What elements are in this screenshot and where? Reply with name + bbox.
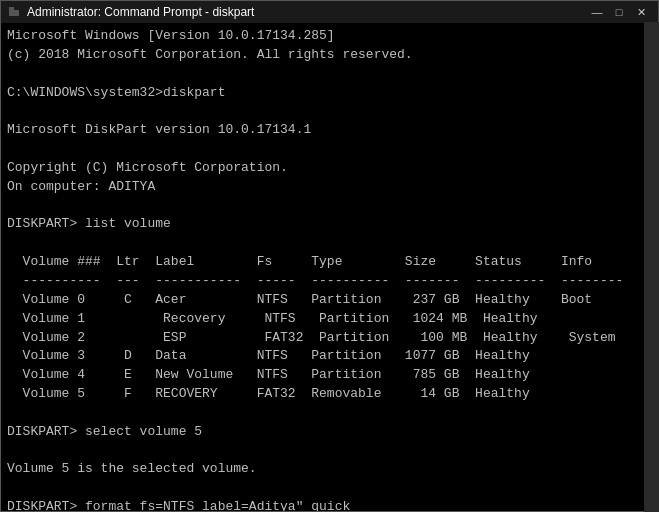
terminal-content[interactable]: Microsoft Windows [Version 10.0.17134.28… xyxy=(1,23,658,511)
title-bar: Administrator: Command Prompt - diskpart… xyxy=(1,1,658,23)
close-button[interactable]: ✕ xyxy=(630,1,652,23)
maximize-button[interactable]: □ xyxy=(608,1,630,23)
svg-rect-2 xyxy=(9,7,14,10)
window-controls: — □ ✕ xyxy=(586,1,652,23)
title-bar-left: Administrator: Command Prompt - diskpart xyxy=(7,5,254,19)
svg-rect-1 xyxy=(9,10,19,16)
window-title: Administrator: Command Prompt - diskpart xyxy=(27,5,254,19)
scrollbar[interactable] xyxy=(644,22,659,512)
window-icon xyxy=(7,5,21,19)
minimize-button[interactable]: — xyxy=(586,1,608,23)
command-prompt-window: Administrator: Command Prompt - diskpart… xyxy=(0,0,659,512)
